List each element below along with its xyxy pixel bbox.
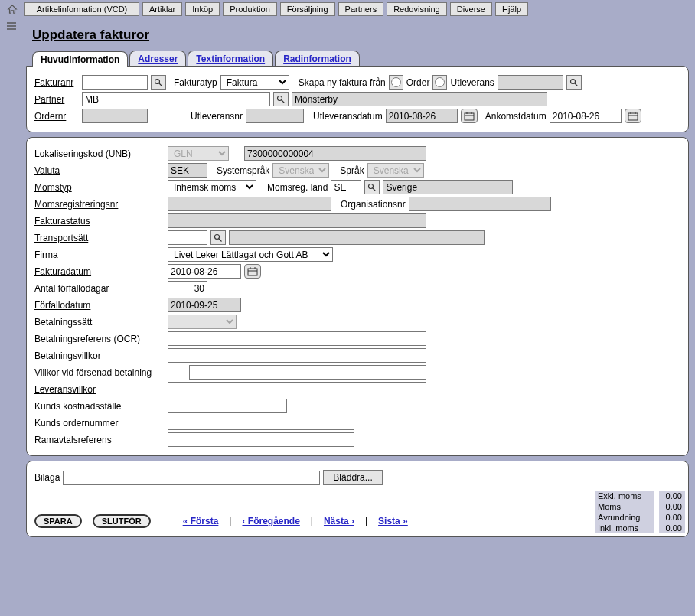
momsreg-land-label: Momsreg. land [267, 182, 328, 193]
utlevdatum-calendar[interactable] [461, 109, 478, 123]
moms-label: Moms [595, 501, 654, 512]
skapa-utlev-label: Utleverans [450, 77, 494, 88]
nav-first[interactable]: « Första [183, 516, 219, 526]
fakturadatum-input[interactable] [168, 264, 241, 279]
skapa-lookup[interactable] [566, 75, 582, 90]
firma-select[interactable]: Livet Leker Lättlagat och Gott AB [168, 247, 333, 262]
bilaga-input[interactable] [63, 471, 320, 485]
ramavtal-input[interactable] [168, 432, 354, 447]
menu-forsaljning[interactable]: Försäljning [280, 2, 335, 16]
totals-block: Exkl. moms0.00 Moms0.00 Avrundning0.00 I… [595, 491, 685, 533]
kunds-order-input[interactable] [168, 416, 354, 430]
calendar-icon [464, 112, 475, 121]
fakturatyp-label: Fakturatyp [174, 77, 217, 88]
menu-artikelinformation[interactable]: Artikelinformation (VCD) [24, 2, 139, 16]
menu-hjalp[interactable]: Hjälp [495, 2, 528, 16]
moms-value: 0.00 [659, 501, 685, 512]
avr-label: Avrundning [595, 512, 654, 523]
list-icon[interactable] [2, 18, 21, 34]
svg-line-8 [282, 99, 285, 103]
ordernr-label: Ordernr [34, 111, 79, 122]
momstyp-select[interactable]: Inhemsk moms [168, 180, 256, 194]
slutfor-button[interactable]: SLUTFÖR [93, 514, 151, 528]
browse-button[interactable]: Bläddra... [323, 470, 382, 485]
tab-textinformation[interactable]: Textinformation [188, 51, 273, 66]
magnifier-icon [214, 233, 223, 243]
calendar-icon [628, 112, 638, 121]
menu-produktion[interactable]: Produktion [223, 2, 277, 16]
utlevnr-input [246, 109, 304, 123]
forsenad-label: Villkor vid försenad betalning [34, 367, 186, 378]
ordernr-input [82, 109, 148, 123]
momsreg-land-lookup[interactable] [364, 180, 380, 194]
ankomst-input[interactable] [550, 109, 622, 123]
fakturastatus-input [168, 213, 426, 228]
leveransvillkor-label: Leveransvillkor [34, 384, 165, 395]
skapa-utlev-radio[interactable] [432, 75, 447, 90]
side-toolbar [0, 18, 23, 34]
momsregnr-label: Momsregistreringsnr [34, 199, 165, 210]
ocr-input[interactable] [168, 331, 426, 346]
skapa-order-radio[interactable] [389, 75, 403, 90]
bottom-panel: Bilaga Bläddra... SPARA SLUTFÖR « Första… [26, 461, 689, 537]
orgnr-label: Organisationsnr [341, 199, 406, 210]
tab-adresser[interactable]: Adresser [129, 51, 186, 66]
ankomst-calendar[interactable] [625, 109, 641, 123]
sprak-label: Språk [340, 165, 364, 176]
nav-next[interactable]: Nästa › [324, 516, 354, 526]
antal-forf-input[interactable] [168, 281, 207, 295]
sprak-select: Svenska [367, 163, 424, 178]
menu-diverse[interactable]: Diverse [450, 2, 492, 16]
transportsatt-code-input[interactable] [168, 230, 207, 245]
betalningsvillkor-input[interactable] [168, 348, 426, 363]
menu-artiklar[interactable]: Artiklar [142, 2, 182, 16]
lok-val-input [244, 146, 426, 161]
inkl-label: Inkl. moms [595, 523, 654, 533]
magnifier-icon [569, 78, 579, 87]
fakturadatum-calendar[interactable] [244, 264, 261, 279]
ocr-label: Betalningsreferens (OCR) [34, 334, 165, 344]
header-panel: Fakturanr Fakturatyp Faktura Skapa ny fa… [26, 66, 689, 132]
svg-point-7 [278, 96, 282, 100]
orgnr-input [409, 197, 551, 211]
transportsatt-lookup[interactable] [210, 230, 226, 245]
menu-redovisning[interactable]: Redovisning [387, 2, 447, 16]
leveransvillkor-input[interactable] [168, 382, 426, 396]
svg-rect-9 [465, 113, 474, 120]
fakturatyp-select[interactable]: Faktura [220, 75, 289, 90]
bilaga-label: Bilaga [34, 472, 60, 483]
fakturanr-input[interactable] [82, 75, 148, 90]
lokaliseringskod-label: Lokaliseringskod (UNB) [34, 148, 165, 159]
svg-point-19 [215, 234, 220, 239]
forsenad-input[interactable] [189, 365, 426, 380]
nav-prev[interactable]: ‹ Föregående [242, 516, 299, 526]
menu-partners[interactable]: Partners [338, 2, 384, 16]
tab-radinformation[interactable]: Radinformation [275, 51, 360, 66]
avr-value: 0.00 [659, 512, 685, 523]
svg-line-4 [159, 83, 162, 86]
nav-sep: | [229, 516, 231, 526]
menu-inkop[interactable]: Inköp [185, 2, 220, 16]
betalningssatt-label: Betalningssätt [34, 317, 165, 328]
skapa-val-input [498, 75, 563, 90]
spara-button[interactable]: SPARA [34, 514, 82, 528]
tab-huvudinformation[interactable]: Huvudinformation [32, 51, 128, 67]
exkl-label: Exkl. moms [595, 491, 654, 501]
partner-code-input[interactable] [82, 92, 270, 106]
nav-last[interactable]: Sista » [378, 516, 408, 526]
magnifier-icon [154, 78, 163, 87]
utlevdatum-label: Utleveransdatum [313, 111, 383, 122]
nav-sep: | [311, 516, 313, 526]
momsreg-land-code-input[interactable] [331, 180, 361, 194]
kunds-kost-label: Kunds kostnadsställe [34, 401, 165, 412]
magnifier-icon [276, 95, 286, 104]
kunds-kost-input[interactable] [168, 399, 287, 413]
partner-lookup[interactable] [273, 92, 289, 106]
antal-forf-label: Antal förfallodagar [34, 283, 165, 294]
home-icon[interactable] [3, 2, 21, 17]
fakturanr-lookup[interactable] [151, 75, 166, 90]
svg-line-18 [373, 187, 376, 191]
systemsprak-label: Systemspråk [217, 165, 269, 176]
fakturanr-label: Fakturanr [34, 77, 79, 88]
betalningssatt-select [168, 315, 237, 329]
